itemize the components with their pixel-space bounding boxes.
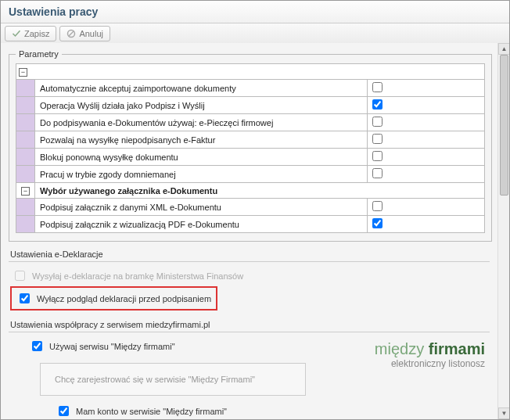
group-header-row: − Wybór używanego załącznika e-Dokumentu [16, 183, 485, 199]
send-gateway-row: Wysyłaj e-deklaracje na bramkę Ministers… [9, 267, 490, 285]
table-row: Pozwalaj na wysyłkę niepodpisanych e-Fak… [16, 131, 485, 149]
row-stripe [16, 80, 35, 97]
save-label: Zapisz [24, 29, 49, 38]
scroll-down-icon[interactable]: ▼ [498, 407, 510, 419]
param-label: Pozwalaj na wysyłkę niepodpisanych e-Fak… [35, 131, 368, 149]
use-service-checkbox[interactable] [32, 341, 42, 351]
row-stripe [16, 97, 35, 114]
row-stripe [16, 149, 35, 166]
register-box[interactable]: Chcę zarejestrować się w serwisie "Międz… [40, 363, 306, 396]
toolbar: Zapisz Anuluj [1, 23, 509, 45]
param-checkbox[interactable] [372, 134, 382, 144]
param-label: Blokuj ponowną wysyłkę dokumentu [35, 149, 368, 166]
parameters-legend: Parametry [16, 49, 62, 59]
row-stripe [16, 114, 35, 131]
param-label: Podpisuj załącznik z danymi XML e-Dokume… [35, 199, 368, 216]
edeclarations-label: Ustawienia e-Deklaracje [10, 249, 490, 259]
cancel-label: Anuluj [79, 29, 103, 38]
param-label: Operacja Wyślij działa jako Podpisz i Wy… [35, 97, 368, 114]
cancel-button[interactable]: Anuluj [59, 26, 110, 41]
table-row: Automatycznie akceptuj zaimportowane dok… [16, 80, 485, 97]
scroll-thumb[interactable] [500, 55, 508, 196]
svg-line-1 [69, 31, 74, 36]
scroll-up-icon[interactable]: ▲ [498, 43, 510, 55]
param-checkbox[interactable] [372, 117, 382, 127]
settings-window: Ustawienia pracy Zapisz Anuluj Parametry… [0, 0, 510, 420]
disable-preview-highlight: Wyłącz podgląd deklaracji przed podpisan… [10, 286, 217, 311]
param-label: Podpisuj załącznik z wizualizacją PDF e-… [35, 216, 368, 233]
logo-word-1: między [375, 340, 424, 357]
table-row: Pracuj w trybie zgody domniemanej [16, 166, 485, 183]
param-label: Pracuj w trybie zgody domniemanej [35, 166, 368, 183]
logo-subtitle: elektroniczny listonosz [375, 358, 485, 369]
param-checkbox[interactable] [372, 99, 382, 109]
collapse-icon[interactable]: − [21, 187, 30, 196]
param-checkbox[interactable] [372, 82, 382, 92]
separator [9, 261, 490, 262]
table-row: Operacja Wyślij działa jako Podpisz i Wy… [16, 97, 485, 114]
separator [9, 332, 490, 332]
window-title: Ustawienia pracy [1, 1, 509, 23]
row-stripe [16, 216, 35, 233]
save-button[interactable]: Zapisz [5, 26, 56, 41]
collapse-icon[interactable]: − [19, 68, 27, 77]
check-icon [12, 29, 21, 38]
table-row: Do podpisywania e-Dokumentów używaj: e-P… [16, 114, 485, 131]
logo-word-2: firmami [429, 340, 485, 357]
send-gateway-label: Wysyłaj e-deklaracje na bramkę Ministers… [32, 271, 243, 281]
have-account-label: Mam konto w serwisie "Między firmami" [76, 407, 227, 416]
mf-logo: między firmami elektroniczny listonosz [375, 340, 485, 369]
mf-section-label: Ustawienia współpracy z serwisem miedzyf… [10, 320, 490, 329]
send-gateway-checkbox [15, 271, 25, 281]
have-account-checkbox[interactable] [59, 406, 69, 416]
param-checkbox[interactable] [372, 201, 382, 211]
use-service-label: Używaj serwisu "Między firmami" [49, 342, 175, 351]
vertical-scrollbar[interactable]: ▲ ▼ [497, 43, 509, 419]
parameters-grid: − Automatycznie akceptuj zaimportowane d… [16, 63, 485, 233]
table-row: Podpisuj załącznik z wizualizacją PDF e-… [16, 216, 485, 233]
content-area: Parametry − Automatycznie akceptuj zaimp… [1, 43, 497, 419]
parameters-fieldset: Parametry − Automatycznie akceptuj zaimp… [9, 49, 492, 242]
param-checkbox[interactable] [372, 168, 382, 178]
use-service-row: Używaj serwisu "Między firmami" [26, 337, 375, 355]
row-stripe [16, 131, 35, 149]
disable-preview-label: Wyłącz podgląd deklaracji przed podpisan… [37, 294, 211, 303]
param-checkbox[interactable] [372, 151, 382, 161]
disable-preview-checkbox[interactable] [20, 293, 30, 303]
cancel-icon [66, 29, 76, 38]
have-account-row: Mam konto w serwisie "Między firmami" [52, 402, 490, 419]
table-row: Blokuj ponowną wysyłkę dokumentu [16, 149, 485, 166]
param-label: Automatycznie akceptuj zaimportowane dok… [35, 80, 368, 97]
param-label: Do podpisywania e-Dokumentów używaj: e-P… [35, 114, 368, 131]
param-checkbox[interactable] [372, 218, 382, 228]
row-stripe [16, 199, 35, 216]
group-header: Wybór używanego załącznika e-Dokumentu [35, 183, 485, 199]
table-row: Podpisuj załącznik z danymi XML e-Dokume… [16, 199, 485, 216]
row-stripe [16, 166, 35, 183]
